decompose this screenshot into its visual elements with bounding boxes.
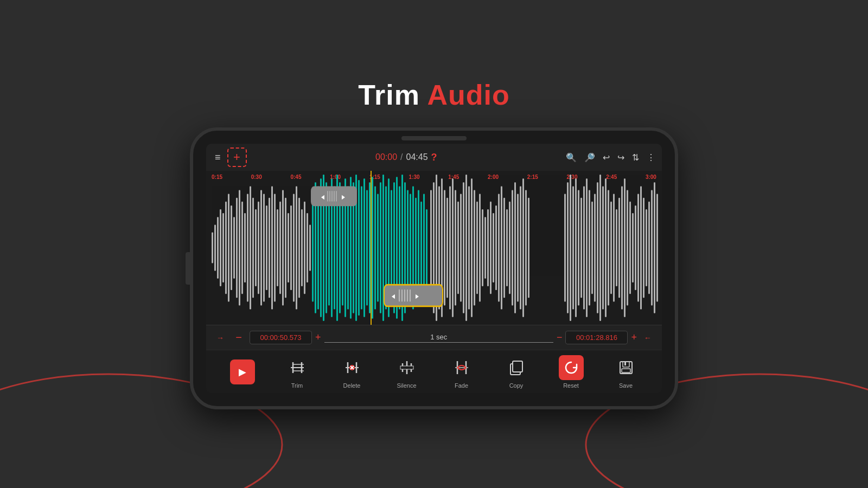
svg-rect-140 xyxy=(621,186,623,309)
svg-text:◄: ◄ xyxy=(391,292,396,300)
svg-rect-116 xyxy=(522,178,524,317)
svg-rect-11 xyxy=(236,198,238,298)
svg-text:►: ► xyxy=(414,292,420,300)
reset-button[interactable]: Reset xyxy=(555,355,588,389)
silence-icon xyxy=(398,359,416,376)
svg-rect-169 xyxy=(410,290,411,302)
help-icon[interactable]: ? xyxy=(431,152,437,163)
sort-icon[interactable]: ⇅ xyxy=(632,152,639,163)
left-plus-button[interactable]: + xyxy=(315,332,321,343)
svg-rect-89 xyxy=(449,186,451,309)
undo-icon[interactable]: ↩ xyxy=(603,152,610,163)
svg-rect-23 xyxy=(269,198,270,298)
svg-rect-88 xyxy=(446,198,448,298)
svg-rect-102 xyxy=(484,217,486,279)
svg-rect-143 xyxy=(629,202,631,294)
svg-rect-103 xyxy=(487,209,489,286)
copy-icon-wrap xyxy=(504,355,529,380)
svg-rect-57 xyxy=(361,186,362,309)
svg-rect-63 xyxy=(377,194,379,302)
svg-rect-185 xyxy=(400,366,413,369)
svg-rect-120 xyxy=(567,182,569,313)
svg-rect-111 xyxy=(509,202,510,294)
svg-rect-161 xyxy=(336,191,337,202)
svg-rect-138 xyxy=(616,209,617,286)
fade-icon xyxy=(453,359,470,376)
svg-rect-91 xyxy=(455,190,456,306)
svg-rect-96 xyxy=(468,186,470,309)
svg-rect-61 xyxy=(372,177,373,318)
svg-rect-7 xyxy=(225,202,227,294)
svg-rect-62 xyxy=(374,186,376,309)
svg-rect-154 xyxy=(371,171,372,325)
svg-rect-147 xyxy=(640,186,642,309)
svg-rect-34 xyxy=(298,198,300,298)
time-current: 00:00 xyxy=(375,152,397,162)
right-plus-button[interactable]: + xyxy=(631,332,637,343)
svg-rect-128 xyxy=(589,190,590,306)
svg-rect-29 xyxy=(285,198,286,298)
svg-rect-165 xyxy=(399,290,400,302)
svg-rect-77 xyxy=(415,198,417,298)
copy-icon xyxy=(508,359,525,376)
svg-rect-56 xyxy=(358,180,360,316)
svg-rect-97 xyxy=(471,178,473,317)
title-audio: Audio xyxy=(427,79,510,111)
go-to-end-button[interactable]: ← xyxy=(640,330,655,345)
svg-rect-4 xyxy=(217,217,219,279)
menu-icon[interactable]: ≡ xyxy=(213,150,223,165)
svg-rect-92 xyxy=(457,202,459,294)
svg-rect-108 xyxy=(501,186,502,309)
reset-icon-wrap xyxy=(559,355,584,380)
left-time-input[interactable]: 00:00:50.573 xyxy=(250,331,312,344)
svg-rect-20 xyxy=(260,190,262,306)
go-to-start-button[interactable]: → xyxy=(213,330,228,345)
silence-button[interactable]: Silence xyxy=(391,355,423,389)
svg-rect-193 xyxy=(622,369,630,373)
save-icon xyxy=(617,359,635,376)
svg-rect-105 xyxy=(493,213,494,282)
add-button[interactable]: + xyxy=(227,147,247,167)
trim-label: Trim xyxy=(291,382,303,389)
play-button[interactable]: ▶ xyxy=(226,359,259,384)
copy-button[interactable]: Copy xyxy=(500,355,533,389)
more-icon[interactable]: ⋮ xyxy=(647,152,655,163)
svg-rect-28 xyxy=(282,190,284,306)
zoom-in-icon[interactable]: 🔍 xyxy=(566,152,577,163)
svg-rect-64 xyxy=(380,182,381,313)
svg-rect-37 xyxy=(307,213,308,282)
svg-rect-93 xyxy=(460,194,462,302)
phone-screen: ≡ + 00:00 / 04:45 ? 🔍 🔍 ↩ ↪ ⇅ ⋮ xyxy=(206,144,662,393)
left-minus-button[interactable]: − xyxy=(231,330,246,345)
svg-rect-2 xyxy=(212,233,213,264)
svg-rect-10 xyxy=(233,217,235,279)
svg-rect-149 xyxy=(646,209,647,286)
svg-rect-27 xyxy=(279,202,281,294)
svg-rect-160 xyxy=(334,191,335,202)
svg-rect-35 xyxy=(301,209,303,286)
trim-button[interactable]: Trim xyxy=(281,355,314,389)
svg-rect-33 xyxy=(296,186,297,309)
position-bar: → − 00:00:50.573 + 1 sec − 00:01:28.816 … xyxy=(206,325,662,350)
svg-rect-194 xyxy=(624,362,626,365)
svg-rect-110 xyxy=(506,209,508,286)
waveform-container[interactable]: 0:15 0:30 0:45 1:00 1:15 1:30 1:45 2:00 … xyxy=(206,171,662,325)
right-minus-button[interactable]: − xyxy=(557,332,563,343)
svg-rect-133 xyxy=(602,186,604,309)
svg-rect-15 xyxy=(247,194,248,302)
delete-icon xyxy=(343,359,361,376)
svg-rect-124 xyxy=(578,190,579,306)
svg-rect-26 xyxy=(277,209,278,286)
fade-button[interactable]: Fade xyxy=(445,355,478,389)
zoom-out-icon[interactable]: 🔍 xyxy=(584,152,595,163)
svg-rect-3 xyxy=(214,224,216,271)
svg-rect-59 xyxy=(366,190,368,306)
toolbar-left: ≡ + xyxy=(213,147,247,167)
svg-rect-167 xyxy=(404,290,405,302)
save-button[interactable]: Save xyxy=(610,355,642,389)
delete-button[interactable]: Delete xyxy=(336,355,368,389)
page-title: Trim Audio xyxy=(358,79,510,111)
svg-rect-32 xyxy=(293,194,295,302)
redo-icon[interactable]: ↪ xyxy=(617,152,624,163)
right-time-input[interactable]: 00:01:28.816 xyxy=(565,331,628,344)
